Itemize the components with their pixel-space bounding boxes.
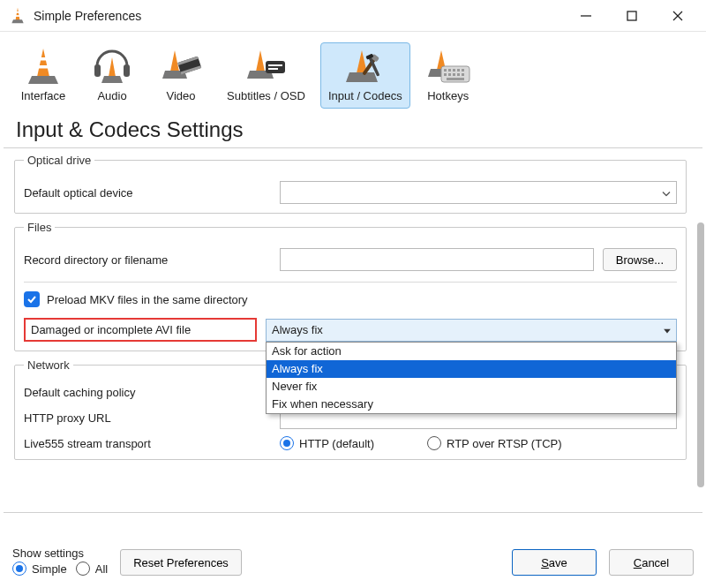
svg-marker-3 [11,19,23,23]
record-directory-input[interactable] [280,248,594,271]
live555-http-radio[interactable]: HTTP (default) [280,436,374,450]
show-settings-all-radio[interactable]: All [76,562,108,576]
browse-button[interactable]: Browse... [603,248,677,271]
film-cone-icon [160,47,202,86]
damaged-avi-options-list: Ask for action Always fix Never fix Fix … [266,342,677,414]
maximize-button[interactable] [609,0,655,32]
group-legend: Network [24,358,73,372]
reset-preferences-button[interactable]: Reset Preferences [120,549,242,576]
cone-icon [25,47,62,86]
chevron-down-icon [662,186,671,200]
close-button[interactable] [655,0,701,32]
tab-audio[interactable]: Audio [81,42,143,109]
cancel-button[interactable]: Cancel [609,549,694,576]
preload-mkv-checkbox[interactable]: Preload MKV files in the same directory [24,291,677,307]
live555-label: Live555 stream transport [24,437,271,450]
svg-marker-16 [170,50,179,72]
titlebar: Simple Preferences [0,0,706,32]
radio-label: HTTP (default) [299,437,374,450]
tab-input-codecs[interactable]: Input / Codecs [320,42,410,109]
radio-checked-icon [280,436,294,450]
tab-label: Hotkeys [427,89,469,102]
tab-label: Subtitles / OSD [227,89,305,102]
svg-marker-8 [37,49,49,77]
svg-rect-43 [457,73,460,76]
radio-unchecked-icon [76,562,90,576]
tab-label: Interface [21,89,66,102]
checkbox-checked-icon [24,291,40,307]
dropdown-caret-icon [664,323,671,336]
vlc-cone-icon [9,7,26,25]
checkbox-label: Preload MKV files in the same directory [47,293,248,306]
radio-unchecked-icon [427,436,441,450]
combo-option[interactable]: Never fix [267,378,676,396]
live555-rtp-radio[interactable]: RTP over RTSP (TCP) [427,436,562,450]
tab-video[interactable]: Video [150,42,212,109]
svg-marker-21 [256,50,265,72]
tab-hotkeys[interactable]: Hotkeys [417,42,479,109]
radio-label: RTP over RTSP (TCP) [447,437,562,450]
svg-rect-1 [16,11,19,13]
tab-label: Video [166,89,195,102]
tools-cone-icon [344,47,387,86]
svg-rect-37 [453,69,455,72]
combo-value: Always fix [272,323,323,336]
separator [4,512,702,513]
combo-option[interactable]: Fix when necessary [267,396,676,413]
svg-rect-10 [38,65,49,69]
svg-marker-14 [109,57,116,77]
tab-subtitles[interactable]: Subtitles / OSD [219,42,313,109]
default-optical-device-combo[interactable] [280,181,677,204]
radio-label: All [95,562,108,576]
subtitle-cone-icon [244,47,287,86]
svg-marker-0 [16,7,20,19]
svg-marker-27 [346,72,378,82]
headphones-cone-icon [92,47,132,86]
default-optical-device-label: Default optical device [24,186,271,200]
svg-rect-35 [444,69,447,72]
combo-option[interactable]: Ask for action [267,343,676,360]
svg-rect-38 [457,69,460,72]
tab-interface[interactable]: Interface [12,42,74,109]
window-title: Simple Preferences [34,9,141,23]
svg-rect-36 [448,69,451,72]
group-legend: Files [24,221,55,234]
radio-checked-icon [12,562,26,576]
category-toolbar: Interface Audio Vi [0,32,706,112]
svg-rect-41 [448,73,451,76]
svg-rect-13 [124,64,130,77]
svg-rect-24 [268,64,282,66]
svg-rect-9 [39,57,48,61]
svg-marker-15 [101,76,123,83]
svg-marker-46 [664,328,671,333]
svg-rect-25 [268,68,278,70]
svg-rect-45 [447,78,464,80]
group-optical-drive: Optical drive Default optical device [14,154,687,214]
svg-rect-40 [444,73,447,76]
page-title: Input & Codecs Settings [4,112,702,148]
svg-rect-23 [266,61,285,73]
svg-rect-42 [453,73,455,76]
group-files: Files Record directory or filename Brows… [14,221,687,351]
show-settings-simple-radio[interactable]: Simple [12,562,67,576]
save-button[interactable]: Save [512,549,597,576]
svg-rect-44 [462,73,464,76]
svg-rect-2 [15,15,20,17]
combo-option[interactable]: Always fix [267,360,676,378]
record-directory-label: Record directory or filename [24,253,271,267]
show-settings-label: Show settings [12,547,108,560]
damaged-avi-combo[interactable]: Always fix Ask for action Always fix Nev… [266,319,677,342]
footer: Show settings Simple All Reset Preferenc… [0,539,706,588]
proxy-url-label: HTTP proxy URL [24,411,271,425]
tab-label: Input / Codecs [328,89,402,102]
damaged-avi-label: Damaged or incomplete AVI file [24,318,257,342]
vertical-scrollbar[interactable] [697,222,704,487]
minimize-button[interactable] [563,0,609,32]
radio-label: Simple [32,562,67,576]
separator [24,282,677,283]
tab-label: Audio [97,89,126,102]
svg-marker-11 [28,76,58,84]
svg-rect-5 [627,11,636,20]
svg-rect-12 [94,64,101,77]
svg-rect-39 [462,69,464,72]
